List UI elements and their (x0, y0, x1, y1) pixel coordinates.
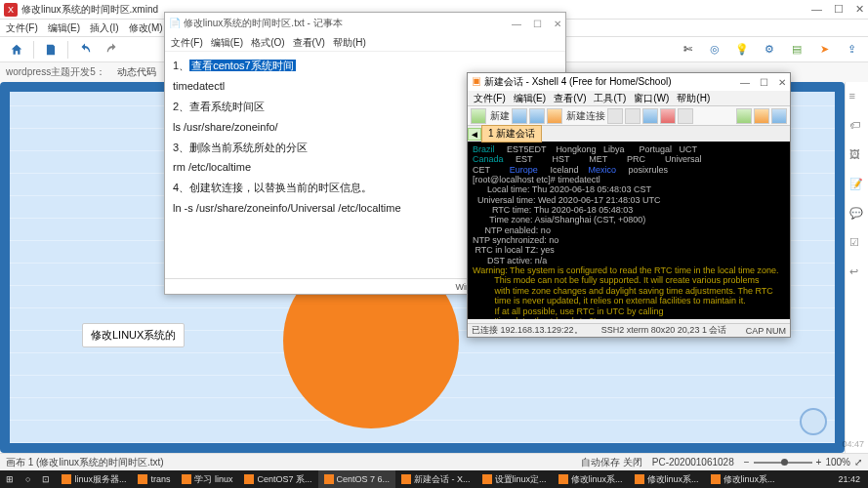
np-max-icon[interactable]: ☐ (533, 19, 542, 29)
xs-tool-a[interactable] (607, 108, 623, 124)
xs-connect-button[interactable] (547, 108, 562, 124)
taskview-icon[interactable]: ⊡ (36, 470, 56, 488)
focus-icon[interactable]: ◎ (704, 40, 725, 60)
xs-connection: 已连接 192.168.13.129:22。 (472, 324, 583, 337)
window-maximize-icon[interactable]: ☐ (834, 3, 844, 16)
note-icon[interactable]: 📝 (849, 178, 865, 193)
notepad-title: 修改linux系统的时间时区.txt - 记事本 (184, 18, 343, 28)
xs-new-button[interactable] (471, 108, 486, 124)
np-menu-item[interactable]: 查看(V) (293, 36, 325, 50)
bulb-icon[interactable]: 💡 (731, 40, 753, 60)
taskbar-item[interactable]: 设置linux定... (476, 470, 553, 488)
undo-button[interactable] (74, 40, 96, 60)
xs-conn-label: 新建连接 (566, 109, 605, 123)
xshell-menubar: 文件(F)编辑(E)查看(V)工具(T)窗口(W)帮助(H) (468, 91, 790, 106)
xs-tool-f[interactable] (736, 108, 752, 124)
xs-new-label: 新建 (490, 109, 510, 123)
menu-item[interactable]: 插入(I) (90, 21, 118, 35)
xs-tool-e[interactable] (678, 108, 693, 124)
xs-menu-item[interactable]: 帮助(H) (677, 92, 710, 105)
xs-min-icon[interactable]: — (740, 77, 750, 88)
cut-icon[interactable]: ✄ (677, 40, 698, 60)
xs-open-button[interactable] (512, 108, 527, 124)
menu-item[interactable]: 文件(F) (6, 21, 38, 35)
np-min-icon[interactable]: — (512, 19, 521, 29)
terminal[interactable]: Brazil EST5EDT Hongkong Libya Portugal U… (468, 142, 790, 319)
xs-tab-prev-icon[interactable]: ◄ (468, 128, 481, 141)
arrow-icon[interactable]: ➤ (813, 40, 835, 60)
tab-prefix: wordpress主题开发5： (2, 65, 109, 79)
xs-menu-item[interactable]: 工具(T) (594, 92, 626, 105)
taskbar-item[interactable]: 修改linux系... (553, 470, 629, 488)
status-autosave: 自动保存 关闭 (581, 456, 642, 469)
taskbar-item[interactable]: 修改linux系... (705, 470, 781, 488)
xshell-tab-1[interactable]: 1 新建会话 (481, 125, 542, 142)
np-menu-item[interactable]: 文件(F) (171, 36, 203, 50)
xs-tool-c[interactable] (642, 108, 658, 124)
start-button[interactable]: ⊞ (0, 470, 20, 488)
xs-close-icon[interactable]: ✕ (778, 77, 786, 88)
taskbar-item[interactable]: CentOS7 系... (238, 470, 317, 488)
np-menu-item[interactable]: 编辑(E) (211, 36, 243, 50)
taskbar-item[interactable]: 新建会话 - X... (395, 470, 476, 488)
xshell-tabs: ◄ 1 新建会话 (468, 126, 790, 142)
notepad-menubar: 文件(F)编辑(E)格式(O)查看(V)帮助(H) (165, 34, 565, 52)
np-menu-item[interactable]: 格式(O) (251, 36, 284, 50)
zoom-out-icon[interactable]: − (744, 457, 750, 468)
xs-tool-h[interactable] (771, 108, 787, 124)
xs-menu-item[interactable]: 窗口(W) (634, 92, 669, 105)
media-icon[interactable]: 🖼 (849, 148, 865, 164)
xs-menu-item[interactable]: 查看(V) (554, 92, 586, 105)
avatar-icon[interactable] (800, 408, 827, 435)
xshell-window[interactable]: ▣ 新建会话 - Xshell 4 (Free for Home/School)… (467, 72, 791, 338)
np-close-icon[interactable]: ✕ (554, 19, 561, 29)
tab-1[interactable]: 动态代码 (109, 63, 165, 81)
xshell-title: 新建会话 - Xshell 4 (Free for Home/School) (484, 76, 672, 87)
zoom-in-icon[interactable]: + (816, 457, 822, 468)
taskbar-item[interactable]: trans (132, 470, 176, 488)
redo-button[interactable] (102, 40, 123, 60)
status-pc: PC-202001061028 (652, 457, 734, 468)
watermark: 04:47 (842, 439, 864, 449)
notepad-icon: 📄 (169, 18, 181, 28)
taskbar-clock[interactable]: 21:42 (830, 474, 868, 484)
task-icon[interactable]: ☑ (849, 236, 865, 252)
link-icon[interactable]: ⚙ (759, 40, 780, 60)
home-button[interactable] (6, 40, 27, 60)
comment-icon[interactable]: 💬 (849, 207, 865, 223)
xs-save-button[interactable] (529, 108, 545, 124)
tag-icon[interactable]: 🏷 (849, 119, 865, 135)
xs-menu-item[interactable]: 编辑(E) (514, 92, 546, 105)
taskbar-item[interactable]: linux服务器... (56, 470, 132, 488)
zoom-slider[interactable] (754, 462, 812, 464)
xs-tool-g[interactable] (754, 108, 769, 124)
xshell-icon: ▣ (472, 76, 481, 87)
app-title: 修改linux系统的时间时区.xmind (21, 3, 158, 17)
taskbar-item[interactable]: 修改linux系... (629, 470, 705, 488)
notepad-titlebar[interactable]: 📄 修改linux系统的时间时区.txt - 记事本 — ☐ ✕ (165, 13, 565, 34)
xs-max-icon[interactable]: ☐ (760, 77, 768, 88)
root-node[interactable]: 修改LINUX系统的 (82, 323, 185, 347)
fit-icon[interactable]: ⤢ (854, 457, 862, 468)
np-menu-item[interactable]: 帮助(H) (333, 36, 366, 50)
xs-session-info: SSH2 xterm 80x20 20,23 1 会话 (601, 324, 727, 337)
app-logo-icon: X (4, 3, 18, 17)
window-minimize-icon[interactable]: — (811, 3, 822, 16)
xs-tool-b[interactable] (625, 108, 641, 124)
back-icon[interactable]: ↩ (849, 265, 865, 281)
xs-tool-d[interactable] (660, 108, 676, 124)
menu-item[interactable]: 修改(M) (129, 21, 163, 35)
style-icon[interactable]: ▤ (786, 40, 807, 60)
save-button[interactable] (40, 40, 62, 60)
xshell-titlebar[interactable]: ▣ 新建会话 - Xshell 4 (Free for Home/School)… (468, 73, 790, 91)
xs-menu-item[interactable]: 文件(F) (474, 92, 506, 105)
taskbar-item[interactable]: CentOS 7 6... (318, 470, 396, 488)
share-icon[interactable]: ⇪ (841, 40, 862, 60)
menu-item[interactable]: 编辑(E) (48, 21, 80, 35)
search-icon[interactable]: ○ (20, 470, 36, 488)
taskbar-item[interactable]: 学习 linux (176, 470, 238, 488)
xs-caps: CAP NUM (746, 326, 786, 336)
format-icon[interactable]: ≡ (849, 90, 865, 105)
xshell-statusbar: 已连接 192.168.13.129:22。 SSH2 xterm 80x20 … (468, 323, 790, 337)
window-close-icon[interactable]: ✕ (855, 3, 864, 16)
